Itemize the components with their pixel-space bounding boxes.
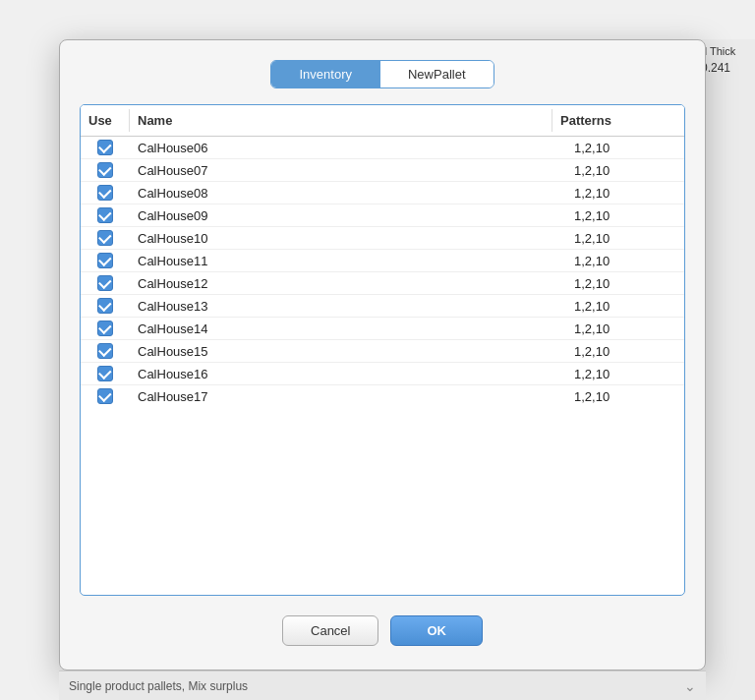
cell-use[interactable]: [81, 250, 130, 271]
col-header-patterns: Patterns: [552, 109, 670, 132]
table-header: Use Name Patterns: [81, 105, 684, 137]
table-row: CalHouse131,2,10: [81, 295, 684, 318]
checkbox-checked[interactable]: [97, 162, 113, 178]
table-row: CalHouse091,2,10: [81, 204, 684, 227]
cell-name: CalHouse15: [130, 341, 566, 362]
checkbox-checked[interactable]: [97, 230, 113, 246]
table-row: CalHouse171,2,10: [81, 385, 684, 407]
checkbox-checked[interactable]: [97, 185, 113, 201]
cell-patterns: 1,2,10: [566, 228, 684, 249]
cell-name: CalHouse16: [130, 364, 566, 384]
table-body[interactable]: CalHouse061,2,10CalHouse071,2,10CalHouse…: [81, 137, 684, 595]
expand-icon[interactable]: ⌄: [684, 678, 696, 694]
checkbox-checked[interactable]: [97, 207, 113, 223]
ok-button[interactable]: OK: [390, 615, 483, 646]
cell-name: CalHouse09: [130, 205, 566, 226]
tab-bar: Inventory NewPallet: [270, 60, 494, 88]
cell-patterns: 1,2,10: [566, 273, 684, 294]
tab-newpallet[interactable]: NewPallet: [380, 61, 494, 88]
checkbox-checked[interactable]: [97, 388, 113, 404]
cell-use[interactable]: [81, 159, 130, 181]
table-row: CalHouse081,2,10: [81, 182, 684, 204]
checkbox-checked[interactable]: [97, 298, 113, 314]
bottom-bar-text: Single product pallets, Mix surplus: [69, 679, 248, 693]
table-row: CalHouse111,2,10: [81, 250, 684, 272]
cancel-button[interactable]: Cancel: [282, 615, 378, 646]
inventory-table: Use Name Patterns CalHouse061,2,10CalHou…: [80, 104, 685, 596]
checkbox-checked[interactable]: [97, 253, 113, 268]
cell-use[interactable]: [81, 340, 130, 362]
checkbox-checked[interactable]: [97, 366, 113, 381]
cell-use[interactable]: [81, 385, 130, 407]
cell-use[interactable]: [81, 137, 130, 158]
checkbox-checked[interactable]: [97, 343, 113, 359]
cell-patterns: 1,2,10: [566, 183, 684, 204]
cell-patterns: 1,2,10: [566, 205, 684, 226]
cell-patterns: 1,2,10: [566, 160, 684, 181]
cell-name: CalHouse11: [130, 251, 566, 271]
table-row: CalHouse101,2,10: [81, 227, 684, 250]
dialog-footer: Cancel OK: [80, 615, 685, 646]
cell-name: CalHouse10: [130, 228, 566, 249]
cell-use[interactable]: [81, 204, 130, 226]
cell-use[interactable]: [81, 295, 130, 317]
cell-use[interactable]: [81, 318, 130, 339]
checkbox-checked[interactable]: [97, 321, 113, 336]
col-header-use: Use: [81, 109, 130, 132]
cell-use[interactable]: [81, 363, 130, 384]
cell-patterns: 1,2,10: [566, 386, 684, 407]
checkbox-checked[interactable]: [97, 275, 113, 291]
left-sidebar: [0, 39, 64, 98]
cell-name: CalHouse12: [130, 273, 566, 294]
cell-use[interactable]: [81, 272, 130, 294]
col-header-name: Name: [130, 109, 552, 132]
table-row: CalHouse071,2,10: [81, 159, 684, 182]
modal-dialog: Inventory NewPallet Use Name Patterns Ca…: [59, 39, 706, 671]
cell-name: CalHouse13: [130, 296, 566, 317]
cell-patterns: 1,2,10: [566, 138, 684, 158]
cell-patterns: 1,2,10: [566, 364, 684, 384]
cell-name: CalHouse06: [130, 138, 566, 158]
table-row: CalHouse151,2,10: [81, 340, 684, 363]
cell-patterns: 1,2,10: [566, 319, 684, 339]
cell-patterns: 1,2,10: [566, 296, 684, 317]
table-row: CalHouse121,2,10: [81, 272, 684, 295]
table-row: CalHouse161,2,10: [81, 363, 684, 385]
cell-use[interactable]: [81, 182, 130, 204]
cell-use[interactable]: [81, 227, 130, 249]
cell-patterns: 1,2,10: [566, 251, 684, 271]
cell-patterns: 1,2,10: [566, 341, 684, 362]
tab-inventory[interactable]: Inventory: [271, 61, 379, 88]
bottom-bar: Single product pallets, Mix surplus ⌄: [59, 671, 706, 700]
checkbox-checked[interactable]: [97, 140, 113, 155]
cell-name: CalHouse08: [130, 183, 566, 204]
cell-name: CalHouse14: [130, 319, 566, 339]
cell-name: CalHouse17: [130, 386, 566, 407]
cell-name: CalHouse07: [130, 160, 566, 181]
table-row: CalHouse141,2,10: [81, 318, 684, 340]
table-row: CalHouse061,2,10: [81, 137, 684, 159]
